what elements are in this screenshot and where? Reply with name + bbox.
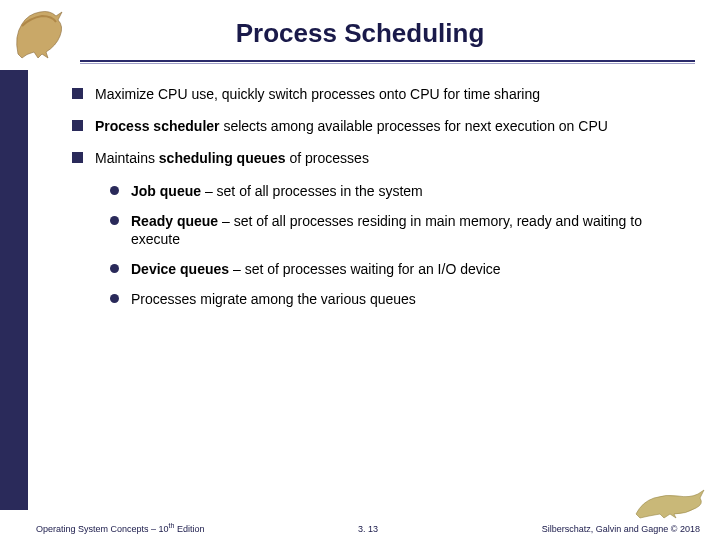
circle-bullet-icon [110, 264, 119, 273]
sub-bullet-3: Device queues – set of processes waiting… [110, 260, 692, 278]
bullet-text: Maintains scheduling queues of processes [95, 149, 369, 167]
slide-content: Maximize CPU use, quickly switch process… [72, 85, 692, 321]
circle-bullet-icon [110, 294, 119, 303]
bullet-text: Process scheduler selects among availabl… [95, 117, 608, 135]
title-rule-shadow [80, 63, 695, 64]
bullet-text: Processes migrate among the various queu… [131, 290, 416, 308]
bullet-text: Maximize CPU use, quickly switch process… [95, 85, 540, 103]
bullet-3: Maintains scheduling queues of processes [72, 149, 692, 167]
sub-bullet-2: Ready queue – set of all processes resid… [110, 212, 692, 248]
bullet-text: Ready queue – set of all processes resid… [131, 212, 692, 248]
bullet-text: Job queue – set of all processes in the … [131, 182, 423, 200]
footer-left: Operating System Concepts – 10th Edition [36, 522, 204, 534]
square-bullet-icon [72, 152, 83, 163]
title-rule [80, 60, 695, 62]
square-bullet-icon [72, 120, 83, 131]
square-bullet-icon [72, 88, 83, 99]
bullet-2: Process scheduler selects among availabl… [72, 117, 692, 135]
bullet-text: Device queues – set of processes waiting… [131, 260, 501, 278]
sub-bullet-4: Processes migrate among the various queu… [110, 290, 692, 308]
footer-page: 3. 13 [358, 524, 378, 534]
circle-bullet-icon [110, 186, 119, 195]
bullet-1: Maximize CPU use, quickly switch process… [72, 85, 692, 103]
sub-bullet-1: Job queue – set of all processes in the … [110, 182, 692, 200]
circle-bullet-icon [110, 216, 119, 225]
sidebar-stripe [0, 70, 28, 510]
dinosaur-bottom-icon [634, 484, 708, 520]
slide-title: Process Scheduling [0, 18, 720, 49]
footer-right: Silberschatz, Galvin and Gagne © 2018 [542, 524, 700, 534]
footer: Operating System Concepts – 10th Edition… [36, 522, 700, 534]
